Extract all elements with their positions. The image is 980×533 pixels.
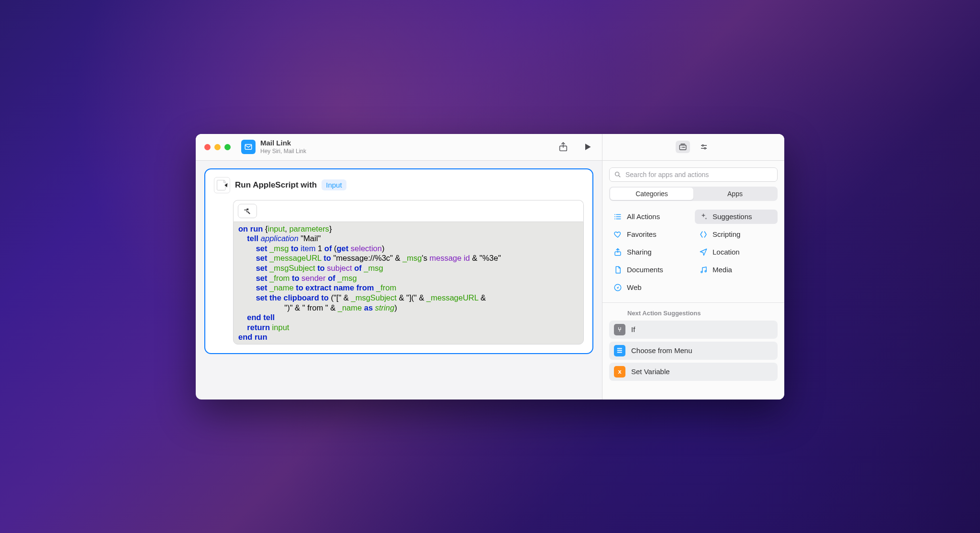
compile-button[interactable] [238,204,257,218]
suggestion-label: If [631,325,635,333]
script-icon [699,230,708,239]
heart-icon [613,230,622,239]
zoom-button[interactable] [224,144,231,150]
suggestions-heading: Next Action Suggestions [602,305,784,321]
svg-point-10 [701,271,702,273]
category-web[interactable]: Web [609,280,692,295]
sidebar-toolbar [602,134,784,160]
window-subtitle: Hey Siri, Mail Link [260,148,306,155]
run-button[interactable] [583,142,592,152]
sparkle-icon [699,212,708,221]
share-button[interactable] [558,142,568,152]
input-token[interactable]: Input [322,179,346,190]
applescript-code[interactable]: on run {input, parameters} tell applicat… [233,222,584,345]
share-icon [613,248,622,256]
segment-categories[interactable]: Categories [610,188,693,200]
suggestion-item[interactable]: ☰Choose from Menu [609,342,778,360]
suggestion-badge-icon: ☰ [614,345,625,356]
location-icon [699,248,708,256]
music-icon [699,266,708,274]
settings-toggle-button[interactable] [697,141,711,153]
category-scripting[interactable]: Scripting [695,227,778,242]
svg-point-11 [705,270,706,272]
search-input[interactable] [625,171,773,178]
workflow-canvas[interactable]: Run AppleScript with Input on run {input… [196,161,602,400]
actions-sidebar: Categories Apps All ActionsSuggestionsFa… [602,161,784,400]
shortcuts-window: Mail Link Hey Siri, Mail Link [196,134,784,400]
window-title: Mail Link [260,139,306,147]
category-documents[interactable]: Documents [609,263,692,277]
category-fav[interactable]: Favorites [609,227,692,242]
doc-icon [613,266,622,274]
svg-point-8 [614,218,615,219]
svg-point-6 [614,214,615,215]
category-media[interactable]: Media [695,263,778,277]
svg-point-5 [615,172,619,176]
library-segmented-control[interactable]: Categories Apps [609,187,778,201]
close-button[interactable] [204,144,211,150]
category-location[interactable]: Location [695,245,778,259]
segment-apps[interactable]: Apps [693,188,777,200]
library-toggle-button[interactable] [676,141,690,153]
applescript-icon [214,177,230,193]
category-label: Web [627,283,642,291]
category-grid: All ActionsSuggestionsFavoritesScripting… [602,206,784,300]
category-label: Location [713,248,740,256]
suggestion-badge-icon: x [614,366,625,378]
minimize-button[interactable] [214,144,221,150]
suggestion-label: Choose from Menu [631,346,692,355]
search-icon [614,171,622,178]
titlebar: Mail Link Hey Siri, Mail Link [196,134,784,161]
category-sharing[interactable]: Sharing [609,245,692,259]
suggestion-item[interactable]: xSet Variable [609,363,778,381]
category-label: Favorites [627,230,657,238]
list-icon [613,212,622,221]
category-label: Scripting [713,230,740,238]
divider [602,302,784,303]
category-label: All Actions [627,212,660,221]
category-label: Media [713,266,732,274]
script-toolbar [233,200,584,222]
suggestion-badge-icon: ⑂ [614,324,625,335]
window-controls [196,144,231,150]
category-all[interactable]: All Actions [609,210,692,224]
svg-point-3 [702,145,703,146]
suggestion-item[interactable]: ⑂If [609,321,778,339]
search-field[interactable] [609,167,778,182]
suggestion-label: Set Variable [631,367,670,376]
title-block: Mail Link Hey Siri, Mail Link [260,139,306,155]
category-label: Sharing [627,248,652,256]
shortcut-icon [241,140,256,154]
suggestions-list: ⑂If☰Choose from MenuxSet Variable [602,321,784,388]
svg-point-4 [704,148,706,149]
category-sugg[interactable]: Suggestions [695,210,778,224]
svg-point-7 [614,216,615,217]
compass-icon [613,283,622,292]
category-label: Suggestions [713,212,752,221]
category-label: Documents [627,266,663,274]
action-title: Run AppleScript with [235,180,317,190]
action-card-run-applescript[interactable]: Run AppleScript with Input on run {input… [204,168,593,355]
